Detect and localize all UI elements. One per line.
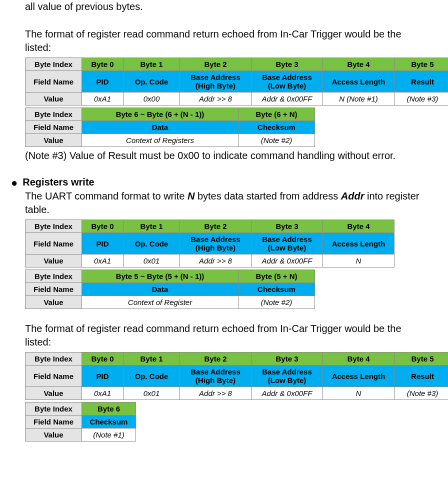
table-cell: Result bbox=[394, 366, 448, 387]
row-label: Value bbox=[26, 428, 82, 442]
bullet-dot-icon: ● bbox=[11, 176, 18, 190]
table-cell: Access Length bbox=[323, 366, 394, 387]
table-header: Byte 4 bbox=[323, 220, 394, 233]
table-header: Byte 2 bbox=[180, 352, 252, 366]
table-cell: N bbox=[323, 254, 394, 268]
note-text: (Note #3) Value of Result must be 0x00 t… bbox=[25, 149, 423, 162]
section-heading: Registers write bbox=[22, 176, 94, 188]
table-cell: N (Note #1) bbox=[323, 92, 394, 106]
table-header: Byte 4 bbox=[323, 352, 394, 366]
table-cell: 0x00 bbox=[124, 92, 180, 106]
row-label: Byte Index bbox=[26, 58, 82, 71]
body-text: all value of previous bytes. bbox=[25, 0, 423, 14]
row-label: Value bbox=[26, 296, 82, 309]
table-cell: (Note #3) bbox=[394, 92, 448, 106]
table-cell: Access Length bbox=[323, 233, 394, 254]
table-header: Byte 0 bbox=[82, 220, 124, 233]
register-table: Byte Index Byte 6 Field Name Checksum Va… bbox=[25, 402, 136, 442]
table-cell: Addr & 0x00FF bbox=[252, 92, 323, 106]
row-label: Field Name bbox=[26, 416, 82, 428]
table-cell: Checksum bbox=[82, 416, 136, 428]
register-table: Byte Index Byte 5 ~ Byte (5 + (N - 1)) B… bbox=[25, 270, 315, 309]
table-cell: 0xA1 bbox=[82, 92, 124, 106]
row-label: Value bbox=[26, 92, 82, 106]
table-cell: Addr >> 8 bbox=[180, 92, 252, 106]
table-cell: Result bbox=[394, 71, 448, 92]
table-cell: Checksum bbox=[238, 121, 315, 134]
variable-n: N bbox=[188, 190, 194, 202]
table-header: Byte (5 + N) bbox=[238, 270, 315, 283]
table-cell: Op. Code bbox=[124, 233, 180, 254]
page-content: all value of previous bytes. The format … bbox=[0, 0, 448, 464]
table-cell: PID bbox=[82, 233, 124, 254]
row-label: Byte Index bbox=[26, 108, 82, 121]
row-label: Value bbox=[26, 387, 82, 400]
table-cell: Data bbox=[82, 283, 238, 296]
row-label: Field Name bbox=[26, 233, 82, 254]
table-header: Byte (6 + N) bbox=[238, 108, 315, 121]
table-header: Byte 6 bbox=[82, 402, 136, 416]
table-header: Byte 5 bbox=[394, 58, 448, 71]
table-cell: Base Address (Low Byte) bbox=[252, 71, 323, 92]
table-header: Byte 5 bbox=[394, 352, 448, 366]
text-span: The UART command format to write bbox=[25, 190, 188, 202]
table-header: Byte 3 bbox=[252, 58, 323, 71]
table-cell: Addr & 0x00FF bbox=[252, 387, 323, 400]
table-cell: 0xA1 bbox=[82, 387, 124, 400]
body-text: The UART command format to write N bytes… bbox=[25, 190, 423, 216]
row-label: Byte Index bbox=[26, 220, 82, 233]
table-cell: Context of Registers bbox=[82, 134, 238, 147]
table-cell: (Note #3) bbox=[394, 387, 448, 400]
table-cell: Base Address (High Byte) bbox=[180, 233, 252, 254]
table-cell: (Note #2) bbox=[238, 134, 315, 147]
table-cell: Context of Register bbox=[82, 296, 238, 309]
table-cell: Checksum bbox=[238, 283, 315, 296]
table-header: Byte 4 bbox=[323, 58, 394, 71]
register-table: Byte Index Byte 0 Byte 1 Byte 2 Byte 3 B… bbox=[25, 352, 448, 400]
table-cell: (Note #1) bbox=[82, 428, 136, 442]
table-cell: PID bbox=[82, 71, 124, 92]
row-label: Byte Index bbox=[26, 352, 82, 366]
text-span: bytes data started from address bbox=[194, 190, 340, 202]
table-header: Byte 2 bbox=[180, 58, 252, 71]
table-cell: PID bbox=[82, 366, 124, 387]
row-label: Value bbox=[26, 134, 82, 147]
row-label: Field Name bbox=[26, 71, 82, 92]
table-header: Byte 1 bbox=[124, 220, 180, 233]
table-header: Byte 6 ~ Byte (6 + (N - 1)) bbox=[82, 108, 238, 121]
row-label: Value bbox=[26, 254, 82, 268]
table-cell: 0x01 bbox=[124, 387, 180, 400]
row-label: Field Name bbox=[26, 121, 82, 134]
table-cell: Base Address (Low Byte) bbox=[252, 366, 323, 387]
table-cell: Base Address (High Byte) bbox=[180, 366, 252, 387]
table-header: Byte 1 bbox=[124, 58, 180, 71]
table-cell: (Note #2) bbox=[238, 296, 315, 309]
register-table: Byte Index Byte 0 Byte 1 Byte 2 Byte 3 B… bbox=[25, 58, 448, 106]
register-table: Byte Index Byte 6 ~ Byte (6 + (N - 1)) B… bbox=[25, 108, 315, 147]
table-cell: Access Length bbox=[323, 71, 394, 92]
table-cell: 0x01 bbox=[124, 254, 180, 268]
table-cell: Addr >> 8 bbox=[180, 254, 252, 268]
table-header: Byte 1 bbox=[124, 352, 180, 366]
table-header: Byte 3 bbox=[252, 352, 323, 366]
table-cell: Addr >> 8 bbox=[180, 387, 252, 400]
row-label: Field Name bbox=[26, 366, 82, 387]
body-text: The format of register read command retu… bbox=[25, 322, 423, 349]
table-header: Byte 3 bbox=[252, 220, 323, 233]
row-label: Byte Index bbox=[26, 270, 82, 283]
register-table: Byte Index Byte 0 Byte 1 Byte 2 Byte 3 B… bbox=[25, 220, 394, 268]
table-header: Byte 5 ~ Byte (5 + (N - 1)) bbox=[82, 270, 238, 283]
table-cell: Base Address (High Byte) bbox=[180, 71, 252, 92]
table-cell: Data bbox=[82, 121, 238, 134]
row-label: Byte Index bbox=[26, 402, 82, 416]
variable-addr: Addr bbox=[341, 190, 364, 202]
body-text: The format of register read command retu… bbox=[25, 28, 423, 54]
row-label: Field Name bbox=[26, 283, 82, 296]
table-cell: Base Address (Low Byte) bbox=[252, 233, 323, 254]
table-cell: Addr & 0x00FF bbox=[252, 254, 323, 268]
table-header: Byte 2 bbox=[180, 220, 252, 233]
table-cell: Op. Code bbox=[124, 71, 180, 92]
table-header: Byte 0 bbox=[82, 352, 124, 366]
table-cell: 0xA1 bbox=[82, 254, 124, 268]
table-header: Byte 0 bbox=[82, 58, 124, 71]
